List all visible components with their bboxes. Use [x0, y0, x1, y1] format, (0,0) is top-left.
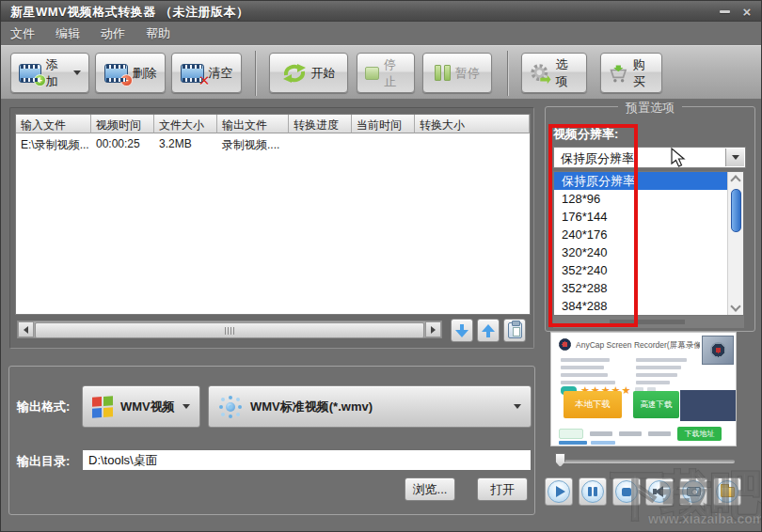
stop-button[interactable]: 停止 — [357, 53, 415, 93]
ad-download-address-button[interactable]: 下载地址 — [677, 427, 722, 441]
play-button[interactable] — [545, 477, 573, 506]
triangle-right-icon — [431, 326, 436, 334]
window-title: 新星WMV视频格式转换器 （未注册版本） — [10, 4, 248, 21]
folder-icon — [721, 487, 735, 497]
column-header[interactable]: 转换大小 — [415, 115, 530, 133]
ad-screenshot-thumbnail — [702, 336, 734, 365]
blue-up-arrow-icon — [482, 324, 495, 337]
stop-preview-button[interactable] — [612, 477, 641, 506]
minimize-button[interactable] — [716, 4, 733, 19]
scroll-left-button[interactable] — [18, 321, 34, 337]
play-icon — [556, 486, 565, 497]
output-directory-label: 输出目录: — [17, 453, 70, 470]
clipboard-icon — [508, 322, 522, 338]
app-window: 新星WMV视频格式转换器 （未注册版本） × 文件编辑动作帮助 + 添加 − 删… — [0, 0, 762, 532]
column-header[interactable]: 输入文件 — [16, 115, 91, 133]
seek-thumb[interactable] — [555, 453, 565, 467]
ad-info-column — [636, 358, 687, 388]
ad-tab[interactable] — [619, 431, 642, 436]
camera-icon — [687, 487, 701, 496]
column-header[interactable]: 文件大小 — [154, 115, 217, 133]
output-format-label: 输出格式: — [17, 399, 70, 415]
start-button[interactable]: 开始 — [269, 53, 348, 93]
paste-button[interactable] — [503, 319, 526, 342]
options-label: 选项 — [556, 56, 579, 90]
scroll-down-icon — [730, 301, 740, 311]
chevron-down-icon — [183, 404, 190, 409]
output-format-value: WMV视频 — [120, 399, 175, 415]
table-row[interactable]: E:\录制视频...00:00:253.2MB录制视频.... — [16, 133, 530, 153]
toolbar: + 添加 − 删除 ✕ 清空 开始 停止 暂停 — [1, 45, 761, 100]
file-table: 输入文件视频时间文件大小输出文件转换进度当前时间转换大小 E:\录制视频...0… — [15, 114, 531, 315]
ad-banner[interactable]: AnyCap Screen Recorder(屏幕录像机) 1.0.6 ★★★★… — [550, 332, 737, 446]
open-directory-button[interactable]: 打开 — [477, 477, 528, 501]
start-refresh-icon — [282, 62, 307, 85]
profile-molecule-icon — [218, 395, 243, 419]
table-body: E:\录制视频...00:00:253.2MB录制视频.... — [16, 133, 530, 153]
ad-fast-download-button[interactable]: 高速下载 — [633, 391, 679, 418]
table-cell — [415, 133, 530, 153]
pause-button[interactable]: 暂停 — [422, 53, 492, 93]
output-profile-value: WMV标准视频(*.wmv) — [250, 399, 373, 415]
buy-button[interactable]: 购买 — [600, 53, 662, 93]
table-cell — [352, 133, 415, 153]
move-up-button[interactable] — [477, 319, 500, 342]
column-header[interactable]: 视频时间 — [91, 115, 154, 133]
snapshot-button[interactable] — [679, 477, 707, 506]
ad-tab[interactable] — [648, 431, 671, 436]
remove-button[interactable]: − 删除 — [95, 53, 166, 93]
menu-bar: 文件编辑动作帮助 — [1, 22, 761, 45]
column-header[interactable]: 当前时间 — [352, 115, 415, 133]
scroll-up-icon — [730, 175, 740, 185]
output-profile-dropdown[interactable]: WMV标准视频(*.wmv) — [208, 385, 532, 428]
stop-label: 停止 — [384, 56, 406, 90]
ad-tab[interactable] — [590, 431, 612, 436]
open-folder-button[interactable] — [713, 477, 741, 506]
start-label: 开始 — [311, 65, 336, 82]
annotation-red-box — [548, 124, 638, 327]
browse-button[interactable]: 浏览... — [405, 477, 455, 501]
chevron-down-icon — [732, 155, 739, 160]
clear-button[interactable]: ✕ 清空 — [171, 53, 242, 93]
menu-item-2[interactable]: 动作 — [101, 25, 125, 42]
move-down-button[interactable] — [451, 319, 473, 342]
film-add-icon: + — [19, 64, 41, 83]
output-panel: 输出格式: WMV视频 WMV标准视频(*.wmv) 输出目录: 浏览... 打… — [8, 366, 535, 515]
mouse-cursor — [671, 148, 688, 168]
mute-button[interactable] — [645, 477, 674, 506]
window-controls: × — [716, 4, 755, 19]
film-remove-icon: − — [104, 64, 128, 83]
add-button[interactable]: + 添加 — [10, 53, 89, 93]
title-bar: 新星WMV视频格式转换器 （未注册版本） × — [1, 1, 761, 22]
ad-promo-block[interactable] — [680, 390, 737, 421]
listbox-scrollbar-thumb[interactable] — [731, 189, 741, 232]
add-label: 添加 — [46, 56, 69, 90]
blue-down-arrow-icon — [455, 324, 468, 337]
column-header[interactable]: 转换进度 — [289, 115, 352, 133]
menu-item-3[interactable]: 帮助 — [146, 25, 170, 42]
film-clear-icon: ✕ — [181, 64, 204, 83]
options-button[interactable]: 选项 — [521, 53, 587, 93]
ad-app-logo-icon — [559, 338, 571, 351]
column-header[interactable]: 输出文件 — [217, 115, 289, 133]
output-format-dropdown[interactable]: WMV视频 — [82, 385, 200, 428]
listbox-scrollbar[interactable] — [727, 172, 743, 315]
pause-preview-button[interactable] — [579, 477, 607, 506]
menu-item-0[interactable]: 文件 — [10, 25, 35, 42]
table-header: 输入文件视频时间文件大小输出文件转换进度当前时间转换大小 — [16, 115, 530, 133]
close-button[interactable]: × — [738, 4, 755, 19]
horizontal-scrollbar[interactable] — [17, 321, 442, 338]
ad-local-download-button[interactable]: 本地下载 — [564, 391, 622, 418]
chevron-down-icon — [73, 70, 81, 75]
ad-tab[interactable] — [559, 429, 583, 439]
menu-item-1[interactable]: 编辑 — [56, 25, 80, 42]
output-directory-input[interactable] — [82, 449, 532, 471]
preset-panel-title: 预置选项 — [618, 100, 682, 117]
ad-link-row — [559, 441, 615, 445]
scroll-right-button[interactable] — [425, 321, 441, 337]
preview-seek-bar[interactable] — [560, 460, 735, 463]
table-cell: 3.2MB — [154, 133, 217, 153]
scrollbar-thumb[interactable] — [35, 322, 424, 338]
combobox-dropdown-button[interactable] — [725, 149, 744, 166]
minimize-icon — [720, 10, 730, 13]
